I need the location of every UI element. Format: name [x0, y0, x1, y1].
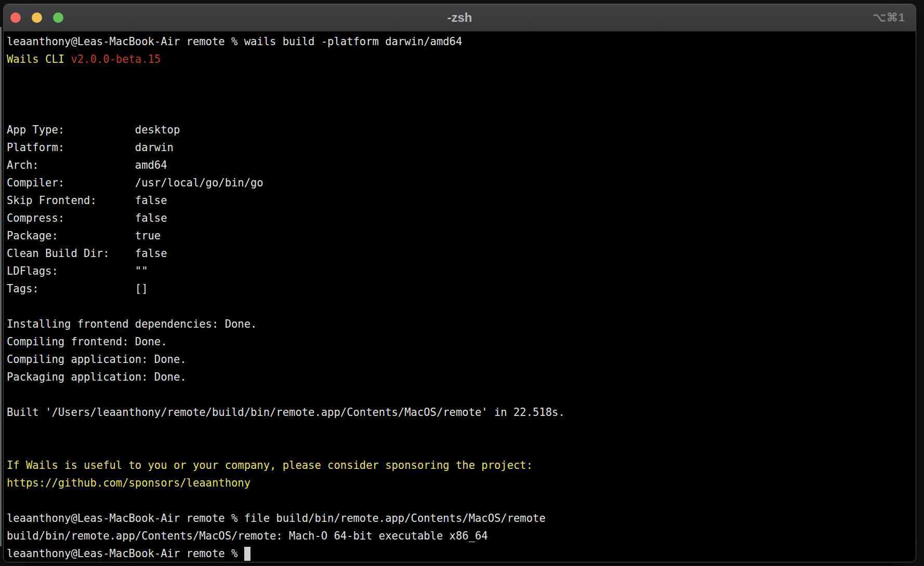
- terminal-output[interactable]: leaanthony@Leas-MacBook-Air remote % wai…: [4, 32, 916, 562]
- terminal-line: Tags: []: [7, 280, 916, 298]
- terminal-window: -zsh ⌥⌘1 leaanthony@Leas-MacBook-Air rem…: [3, 4, 916, 562]
- zoom-button[interactable]: [53, 12, 63, 23]
- terminal-line: [7, 68, 916, 86]
- text-segment: Built '/Users/leaanthony/remote/build/bi…: [7, 406, 565, 419]
- sponsor-url[interactable]: https://github.com/sponsors/leaanthony: [7, 477, 250, 489]
- terminal-line: Skip Frontend: false: [7, 192, 916, 209]
- terminal-line: [7, 103, 916, 121]
- terminal-line: Built '/Users/leaanthony/remote/build/bi…: [7, 403, 916, 421]
- terminal-cursor: [244, 547, 250, 561]
- terminal-line: Compiler: /usr/local/go/bin/go: [7, 174, 916, 192]
- text-segment: Packaging application: Done.: [7, 371, 187, 383]
- text-segment: If Wails is useful to you or your compan…: [7, 459, 533, 471]
- text-segment: v2.0.0-beta.15: [71, 53, 161, 65]
- terminal-line: [7, 439, 916, 456]
- terminal-line: Compiling frontend: Done.: [7, 333, 916, 351]
- minimize-button[interactable]: [32, 12, 42, 23]
- text-segment: Installing frontend dependencies: Done.: [7, 318, 257, 330]
- terminal-line: [7, 86, 916, 103]
- terminal-line: leaanthony@Leas-MacBook-Air remote %: [7, 545, 916, 562]
- background-window-edge: [0, 27, 2, 546]
- text-segment: Skip Frontend: false: [7, 194, 167, 207]
- text-segment: leaanthony@Leas-MacBook-Air remote %: [7, 547, 244, 560]
- terminal-line: https://github.com/sponsors/leaanthony: [7, 474, 916, 492]
- text-segment: leaanthony@Leas-MacBook-Air remote % wai…: [7, 35, 462, 48]
- terminal-line: Compiling application: Done.: [7, 351, 916, 368]
- text-segment: Compiling frontend: Done.: [7, 335, 167, 348]
- text-segment: leaanthony@Leas-MacBook-Air remote % fil…: [7, 512, 546, 524]
- terminal-line: Platform: darwin: [7, 139, 916, 156]
- terminal-line: leaanthony@Leas-MacBook-Air remote % wai…: [7, 33, 916, 50]
- terminal-line: Package: true: [7, 227, 916, 245]
- terminal-line: Wails CLI v2.0.0-beta.15: [7, 50, 916, 68]
- text-segment: Clean Build Dir: false: [7, 247, 167, 260]
- text-segment: Platform: darwin: [7, 141, 174, 154]
- terminal-line: Installing frontend dependencies: Done.: [7, 315, 916, 333]
- title-bar[interactable]: -zsh ⌥⌘1: [4, 4, 916, 32]
- text-segment: Wails CLI: [7, 53, 71, 65]
- terminal-line: [7, 492, 916, 509]
- terminal-line: LDFlags: "": [7, 262, 916, 280]
- text-segment: LDFlags: "": [7, 265, 148, 277]
- terminal-line: [7, 386, 916, 403]
- text-segment: Arch: amd64: [7, 159, 167, 171]
- text-segment: Compress: false: [7, 212, 167, 224]
- terminal-line: leaanthony@Leas-MacBook-Air remote % fil…: [7, 509, 916, 527]
- text-segment: Package: true: [7, 230, 161, 242]
- terminal-line: [7, 421, 916, 439]
- text-segment: App Type: desktop: [7, 124, 180, 136]
- terminal-line: Packaging application: Done.: [7, 368, 916, 386]
- terminal-line: Clean Build Dir: false: [7, 245, 916, 262]
- close-button[interactable]: [10, 12, 21, 23]
- text-segment: Tags: []: [7, 282, 148, 295]
- terminal-line: [7, 298, 916, 315]
- keyboard-shortcut-badge: ⌥⌘1: [873, 4, 905, 31]
- terminal-line: App Type: desktop: [7, 121, 916, 139]
- terminal-line: build/bin/remote.app/Contents/MacOS/remo…: [7, 527, 916, 545]
- traffic-lights: [10, 12, 63, 23]
- terminal-line: Compress: false: [7, 209, 916, 227]
- terminal-line: Arch: amd64: [7, 156, 916, 174]
- text-segment: Compiling application: Done.: [7, 353, 187, 366]
- window-title: -zsh: [447, 10, 472, 25]
- terminal-line: If Wails is useful to you or your compan…: [7, 456, 916, 474]
- text-segment: Compiler: /usr/local/go/bin/go: [7, 177, 263, 189]
- text-segment: build/bin/remote.app/Contents/MacOS/remo…: [7, 530, 488, 542]
